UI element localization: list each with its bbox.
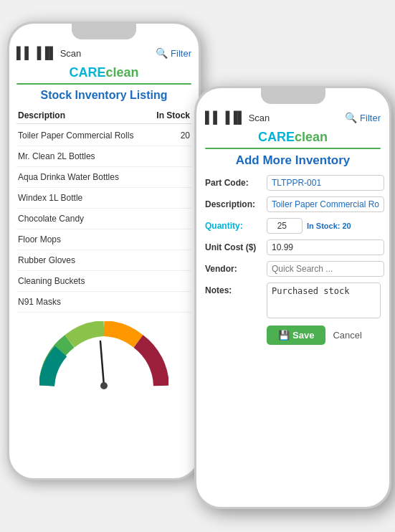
description-row: Description: — [205, 196, 381, 212]
phone-notch-back — [72, 24, 136, 39]
notes-label: Notes: — [205, 282, 262, 295]
row-description: Mr. Clean 2L Bottles — [18, 151, 95, 161]
form-page-title: Add More Inventory — [205, 153, 381, 168]
scan-label-back: Scan — [60, 48, 82, 59]
top-bar-back: ▌▌▐▐▌ Scan 🔍 Filter — [16, 44, 191, 64]
table-row[interactable]: Toiler Paper Commercial Rolls 20 — [16, 125, 191, 146]
filter-label-front: Filter — [360, 113, 381, 123]
quantity-controls: In Stock: 20 — [267, 218, 351, 234]
unit-cost-label: Unit Cost ($) — [205, 239, 262, 252]
vendor-row: Vendor: — [205, 261, 381, 277]
phone-back: ▌▌▐▐▌ Scan 🔍 Filter CAREclean Stock Inve… — [7, 22, 201, 480]
row-description: Windex 1L Bottle — [18, 193, 82, 203]
phone-front-screen: ▌▌▐▐▌ Scan 🔍 Filter CAREclean Add More I… — [196, 88, 389, 507]
vendor-input[interactable] — [267, 261, 384, 277]
logo-clean-back: clean — [105, 65, 138, 80]
row-description: Floor Mops — [18, 234, 61, 244]
table-row[interactable]: Rubber Gloves — [16, 250, 191, 271]
row-description: N91 Masks — [18, 297, 61, 307]
save-icon: 💾 — [278, 330, 290, 341]
search-icon-back: 🔍 — [156, 47, 168, 59]
gauge-chart — [39, 321, 168, 393]
part-code-label: Part Code: — [205, 175, 262, 188]
scan-label-front: Scan — [249, 113, 270, 123]
barcode-icon: ▌▌▐▐▌ — [16, 47, 57, 60]
logo-front: CAREclean — [205, 130, 381, 145]
cancel-button[interactable]: Cancel — [333, 326, 361, 345]
row-description: Cleaning Buckets — [18, 276, 85, 286]
row-description: Toiler Paper Commercial Rolls — [18, 130, 133, 141]
table-rows: Toiler Paper Commercial Rolls 20 Mr. Cle… — [16, 125, 191, 313]
notes-row: Notes: Purchased stock — [205, 282, 381, 318]
table-row[interactable]: Windex 1L Bottle — [16, 188, 191, 209]
quantity-input[interactable] — [267, 218, 303, 234]
table-row[interactable]: Cleaning Buckets — [16, 271, 191, 292]
filter-label-back: Filter — [171, 48, 191, 59]
logo-clean-front: clean — [295, 130, 328, 144]
table-row[interactable]: N91 Masks — [16, 292, 191, 313]
phone-front-content: ▌▌▐▐▌ Scan 🔍 Filter CAREclean Add More I… — [196, 88, 389, 507]
row-stock: 20 — [173, 130, 190, 141]
logo-care-front: CARE — [258, 130, 295, 144]
description-label: Description: — [205, 196, 262, 209]
unit-cost-row: Unit Cost ($) — [205, 239, 381, 255]
page-title-back: Stock Inventory Listing — [16, 89, 191, 102]
search-icon-front: 🔍 — [345, 112, 357, 123]
table-row[interactable]: Aqua Drinka Water Bottles — [16, 167, 191, 188]
quantity-row: Quantity: In Stock: 20 — [205, 218, 381, 234]
logo-back: CAREclean — [16, 65, 191, 80]
table-row[interactable]: Chocolate Candy — [16, 209, 191, 229]
table-row[interactable]: Mr. Clean 2L Bottles — [16, 146, 191, 167]
form-buttons: 💾 Save Cancel — [205, 326, 381, 345]
notes-textarea[interactable]: Purchased stock — [267, 282, 381, 318]
svg-point-1 — [100, 382, 108, 389]
cancel-label: Cancel — [333, 330, 361, 341]
quantity-label: Quantity: — [205, 218, 262, 231]
table-header: Description In Stock — [16, 108, 191, 124]
svg-line-0 — [100, 341, 104, 386]
filter-button-back[interactable]: 🔍 Filter — [156, 47, 191, 59]
row-description: Chocolate Candy — [18, 214, 84, 224]
phone-front: ▌▌▐▐▌ Scan 🔍 Filter CAREclean Add More I… — [194, 86, 391, 509]
row-description: Aqua Drinka Water Bottles — [18, 172, 119, 182]
filter-button-front[interactable]: 🔍 Filter — [345, 112, 381, 123]
unit-cost-input[interactable] — [267, 239, 384, 255]
barcode-icon-front: ▌▌▐▐▌ — [205, 111, 246, 124]
phone-notch-front — [261, 88, 325, 104]
green-line-front — [205, 148, 381, 149]
col-description: Description — [18, 110, 65, 120]
vendor-label: Vendor: — [205, 261, 262, 274]
phone-back-content: ▌▌▐▐▌ Scan 🔍 Filter CAREclean Stock Inve… — [9, 24, 199, 478]
part-code-input[interactable] — [267, 175, 384, 191]
green-line-back — [16, 83, 191, 85]
row-description: Rubber Gloves — [18, 255, 75, 265]
top-bar-front: ▌▌▐▐▌ Scan 🔍 Filter — [205, 108, 381, 128]
phone-back-screen: ▌▌▐▐▌ Scan 🔍 Filter CAREclean Stock Inve… — [9, 24, 199, 478]
save-label: Save — [292, 330, 314, 341]
table-row[interactable]: Floor Mops — [16, 229, 191, 250]
save-button[interactable]: 💾 Save — [267, 326, 325, 345]
part-code-row: Part Code: — [205, 175, 381, 191]
inventory-table: Description In Stock Toiler Paper Commer… — [16, 108, 191, 313]
logo-care-back: CARE — [69, 65, 105, 80]
scan-button-back[interactable]: ▌▌▐▐▌ Scan — [16, 47, 81, 60]
in-stock-value: In Stock: 20 — [307, 222, 351, 230]
scan-button-front[interactable]: ▌▌▐▐▌ Scan — [205, 111, 270, 124]
gauge-container — [16, 321, 191, 393]
description-input[interactable] — [267, 196, 384, 212]
col-in-stock: In Stock — [156, 110, 190, 120]
